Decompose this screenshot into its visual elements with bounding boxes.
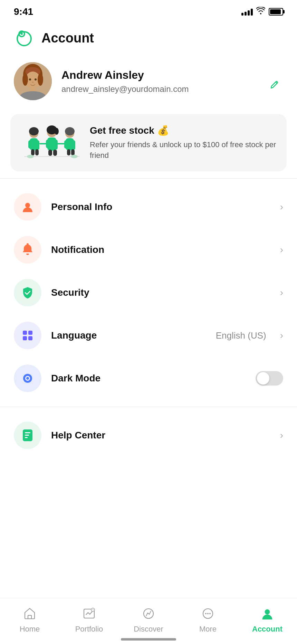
battery-icon (269, 8, 283, 16)
svg-point-59 (205, 613, 207, 614)
svg-point-35 (65, 127, 75, 135)
svg-point-7 (29, 78, 31, 80)
nav-label-account: Account (252, 625, 282, 634)
svg-rect-44 (28, 331, 32, 335)
referral-illustration (21, 124, 83, 162)
portfolio-icon (81, 605, 97, 622)
darkmode-icon-wrap (14, 364, 41, 392)
svg-point-8 (35, 78, 37, 80)
menu-item-dark-mode[interactable]: Dark Mode (0, 357, 297, 400)
notification-chevron: › (280, 244, 283, 255)
svg-point-20 (29, 127, 39, 135)
nav-item-portfolio[interactable]: Portfolio (68, 605, 110, 634)
menu-item-personal-info[interactable]: Personal Info › (0, 186, 297, 228)
nav-item-home[interactable]: Home (9, 605, 50, 634)
page-title: Account (41, 31, 94, 46)
darkmode-label: Dark Mode (51, 373, 246, 384)
svg-rect-24 (54, 140, 58, 150)
toggle-knob (257, 372, 269, 385)
svg-rect-33 (67, 149, 70, 155)
status-time: 9:41 (14, 6, 33, 17)
referral-description: Refer your friends & unlock up to $100 o… (90, 140, 276, 161)
svg-point-40 (71, 155, 78, 158)
svg-point-2 (21, 33, 23, 35)
nav-item-more[interactable]: More (187, 605, 229, 634)
language-chevron: › (280, 330, 283, 341)
nav-label-portfolio: Portfolio (75, 625, 103, 634)
svg-rect-52 (25, 435, 29, 436)
profile-section: Andrew Ainsley andrew_ainsley@yourdomain… (0, 59, 297, 111)
profile-name: Andrew Ainsley (61, 69, 283, 82)
svg-rect-34 (71, 149, 75, 155)
svg-point-13 (38, 73, 43, 86)
personal-info-icon-wrap (14, 193, 41, 221)
discover-icon (140, 605, 157, 622)
language-value: English (US) (216, 330, 266, 341)
nav-label-discover: Discover (134, 625, 163, 634)
svg-point-62 (265, 609, 270, 614)
personal-info-label: Personal Info (51, 201, 270, 212)
home-icon (21, 605, 38, 622)
referral-title: Get free stock 💰 (90, 125, 276, 136)
help-center-label: Help Center (51, 430, 270, 441)
profile-email: andrew_ainsley@yourdomain.com (61, 84, 283, 94)
svg-point-42 (27, 243, 29, 245)
darkmode-toggle[interactable] (256, 371, 283, 386)
nav-label-more: More (199, 625, 217, 634)
language-icon-wrap (14, 322, 41, 349)
svg-point-28 (55, 128, 59, 135)
svg-point-41 (25, 203, 30, 208)
nav-item-account[interactable]: Account (247, 605, 288, 634)
account-nav-icon (259, 605, 276, 622)
security-chevron: › (280, 287, 283, 298)
more-icon (200, 605, 216, 622)
security-icon-wrap (14, 279, 41, 306)
personal-info-chevron: › (280, 201, 283, 212)
menu-item-help-center[interactable]: Help Center › (0, 414, 297, 457)
svg-rect-54 (28, 615, 31, 619)
svg-rect-45 (23, 336, 27, 340)
svg-rect-32 (72, 140, 75, 150)
svg-rect-53 (25, 437, 28, 438)
svg-rect-17 (36, 140, 39, 150)
referral-text: Get free stock 💰 Refer your friends & un… (90, 125, 276, 161)
status-bar: 9:41 (0, 0, 297, 21)
help-center-icon-wrap (14, 422, 41, 449)
notification-label: Notification (51, 244, 270, 255)
nav-item-discover[interactable]: Discover (128, 605, 169, 634)
svg-point-60 (207, 613, 209, 614)
notification-icon-wrap (14, 236, 41, 264)
menu-list: Personal Info › Notification › (0, 182, 297, 403)
profile-info: Andrew Ainsley andrew_ainsley@yourdomain… (61, 69, 283, 94)
svg-rect-26 (53, 150, 57, 156)
referral-banner[interactable]: Get free stock 💰 Refer your friends & un… (10, 114, 287, 171)
status-icons (241, 7, 283, 17)
page-header: Account (0, 21, 297, 59)
svg-rect-43 (23, 331, 27, 335)
menu-item-language[interactable]: Language English (US) › (0, 314, 297, 357)
menu-item-security[interactable]: Security › (0, 271, 297, 314)
menu-item-notification[interactable]: Notification › (0, 228, 297, 271)
section-divider-2 (0, 407, 297, 407)
svg-point-12 (22, 73, 28, 86)
edit-profile-button[interactable] (266, 76, 283, 93)
signal-icon (241, 8, 253, 16)
svg-point-39 (27, 155, 34, 158)
svg-rect-19 (35, 149, 39, 155)
svg-rect-51 (25, 432, 30, 433)
svg-rect-46 (28, 336, 32, 340)
language-label: Language (51, 330, 206, 341)
svg-point-9 (32, 82, 34, 83)
svg-rect-16 (28, 140, 32, 149)
security-label: Security (51, 287, 270, 298)
svg-point-49 (26, 377, 29, 380)
bottom-navigation: Home Portfolio Discover (0, 598, 297, 644)
svg-point-61 (209, 613, 211, 614)
section-divider-1 (0, 178, 297, 179)
app-logo (14, 28, 35, 48)
svg-rect-18 (31, 149, 35, 155)
help-menu-list: Help Center › (0, 410, 297, 460)
nav-label-home: Home (20, 625, 40, 634)
svg-rect-25 (48, 150, 52, 156)
home-indicator (121, 638, 176, 641)
